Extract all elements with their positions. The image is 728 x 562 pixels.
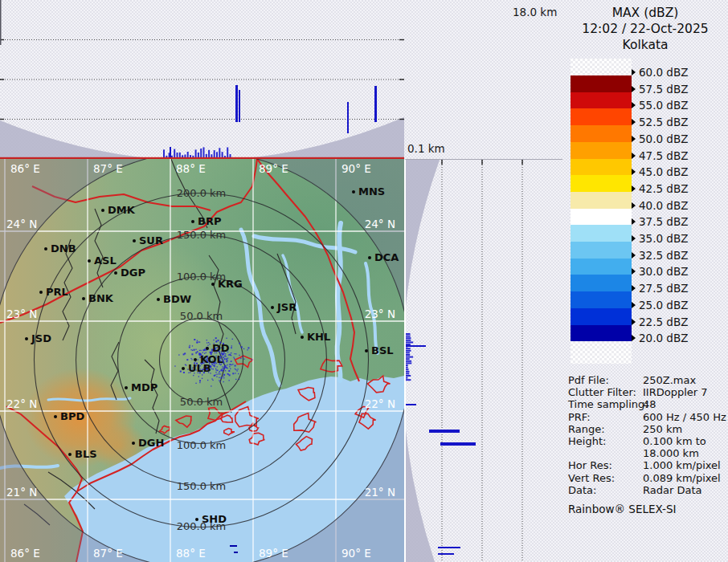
scale-tick-arrow [632, 86, 636, 92]
scale-tick-text: 47.5 dBZ [639, 149, 688, 162]
scale-band [571, 125, 632, 142]
info-label: Data: [568, 484, 596, 496]
latitude-label-right: 22° N [365, 397, 395, 410]
scale-tick-text: 20.0 dBZ [639, 332, 688, 344]
city-label-dd: DD [212, 342, 230, 354]
city-dot-krg [211, 283, 215, 286]
scale-tick-label: 25.0 dBZ [632, 299, 688, 312]
scale-band [571, 92, 632, 109]
info-value: 0.100 km to [643, 435, 706, 447]
scale-tick-text: 55.0 dBZ [639, 99, 688, 112]
info-value: 250 km [643, 423, 682, 435]
info-value: 1.000 km/pixel [643, 459, 721, 471]
top-cross-section-panel[interactable] [0, 0, 404, 159]
info-value: 18.000 km [643, 447, 699, 459]
city-dot-jsr [271, 306, 274, 309]
city-label-mdp: MDP [131, 381, 157, 393]
scale-band [571, 175, 632, 192]
city-dot-bdw [157, 298, 160, 301]
range-ring-label: 50.0 km [180, 396, 223, 408]
scale-tick-text: 30.0 dBZ [639, 265, 688, 278]
city-dot-khl [301, 336, 304, 339]
height-axis-max-label: 18.0 km [513, 6, 557, 18]
product-title: MAX (dBZ) [562, 5, 728, 21]
scale-band [571, 108, 632, 125]
info-row: Hor Res:1.000 km/pixel [562, 459, 728, 471]
city-dot-mns [352, 190, 355, 193]
info-row: Height:0.100 km to [562, 435, 728, 447]
latitude-label-left: 23° N [6, 307, 37, 320]
scale-tick-label: 20.0 dBZ [632, 332, 688, 344]
info-label: Vert Res: [568, 472, 615, 484]
radar-map-panel[interactable]: 200.0 km150.0 km100.0 km50.0 km50.0 km10… [0, 159, 404, 562]
longitude-label-bottom: 89° E [259, 547, 288, 560]
scale-tick-label: 52.5 dBZ [632, 116, 688, 128]
scale-band [571, 159, 632, 176]
info-row: Vert Res:0.089 km/pixel [562, 472, 728, 484]
city-label-prl: PRL [46, 286, 68, 298]
city-label-ulb: ULB [188, 362, 211, 374]
scale-tick-arrow [632, 285, 636, 291]
radar-site-name: Kolkata [562, 37, 728, 53]
city-dot-asl [88, 259, 91, 263]
info-row: 18.000 km [562, 447, 728, 459]
city-label-bnk: BNK [88, 292, 114, 304]
scale-tick-arrow [632, 319, 636, 325]
city-dot-bsl [365, 349, 368, 352]
city-dot-bls [68, 453, 72, 456]
scale-tick-arrow [632, 252, 636, 259]
info-row: Range:250 km [562, 423, 728, 435]
radar-display-window: 18.0 km 0.1 km [0, 0, 728, 562]
panel-separator-line [0, 157, 404, 159]
software-brand: Rainbow® SELEX-SI [568, 503, 676, 515]
city-label-sur: SUR [139, 234, 163, 246]
city-dot-ulb [182, 367, 185, 370]
scale-tick-text: 40.0 dBZ [639, 199, 688, 212]
scale-tick-arrow [632, 153, 636, 159]
city-label-mns: MNS [358, 185, 385, 198]
scale-tick-text: 42.5 dBZ [639, 182, 688, 195]
scale-tick-text: 52.5 dBZ [639, 116, 688, 128]
info-label: Height: [568, 435, 606, 447]
right-cross-section-panel[interactable] [404, 159, 562, 562]
range-ring-label: 200.0 km [177, 187, 227, 199]
scale-tick-label: 60.0 dBZ [632, 66, 688, 79]
scale-tick-label: 22.5 dBZ [632, 316, 688, 328]
range-ring-label: 150.0 km [177, 480, 227, 492]
info-value: 250Z.max [643, 374, 696, 386]
info-row: Data:Radar Data [562, 484, 728, 496]
scale-band [571, 142, 632, 159]
city-dot-sur [133, 239, 136, 242]
longitude-label-bottom: 88° E [176, 547, 206, 560]
city-label-dgp: DGP [121, 267, 145, 279]
scale-band [571, 259, 632, 275]
scale-tick-label: 40.0 dBZ [632, 199, 688, 212]
latitude-label-right: 23° N [365, 307, 395, 320]
city-label-dca: DCA [374, 251, 399, 263]
scale-tick-label: 27.5 dBZ [632, 282, 688, 295]
scale-tick-label: 55.0 dBZ [632, 99, 688, 112]
info-value: 48 [643, 398, 656, 410]
scale-tick-text: 45.0 dBZ [639, 165, 688, 178]
info-label: Hor Res: [568, 459, 612, 471]
legend-panel: MAX (dBZ) 12:02 / 22-Oct-2025 Kolkata 60… [562, 0, 728, 562]
scale-tick-label: 42.5 dBZ [632, 182, 688, 195]
city-label-brp: BRP [198, 215, 221, 227]
scale-band [571, 308, 632, 325]
longitude-label-top: 88° E [176, 162, 206, 175]
longitude-label-top: 89° E [259, 162, 288, 175]
scale-tick-label: 50.0 dBZ [632, 132, 688, 145]
city-label-jsd: JSD [31, 332, 51, 344]
info-row: Time sampling:48 [562, 398, 728, 410]
scale-band [571, 341, 632, 364]
longitude-label-top: 86° E [10, 162, 40, 175]
city-dot-dgp [114, 271, 117, 275]
scale-band [571, 275, 632, 291]
scale-band-above-max [571, 59, 632, 75]
longitude-label-bottom: 87° E [93, 547, 123, 560]
top-cross-section-plot [0, 0, 404, 159]
city-label-jsr: JSR [276, 301, 297, 313]
longitude-label-top: 87° E [93, 162, 123, 175]
info-value: 600 Hz / 450 Hz [643, 411, 726, 423]
scale-tick-arrow [632, 235, 636, 242]
